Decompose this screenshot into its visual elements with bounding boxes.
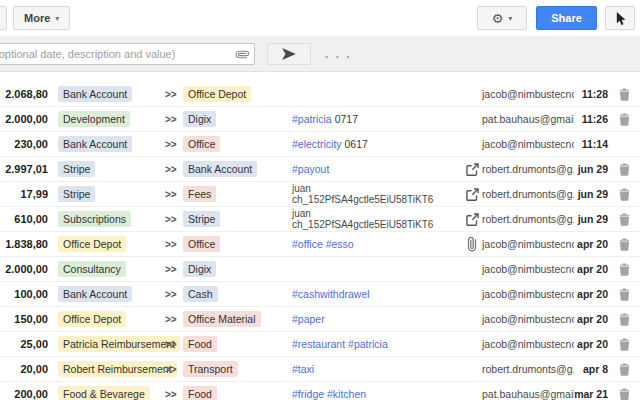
from-account-badge[interactable]: Bank Account xyxy=(58,286,132,302)
to-account-badge[interactable]: Bank Account xyxy=(183,161,257,177)
to-account-cell: Stripe xyxy=(183,211,292,227)
send-button[interactable] xyxy=(267,43,311,65)
trash-cell xyxy=(608,286,640,303)
to-account-badge[interactable]: Fees xyxy=(183,186,216,202)
to-account-cell: Digix xyxy=(183,111,292,127)
trash-cell xyxy=(608,261,640,278)
from-account-badge[interactable]: Office Depot xyxy=(58,311,126,327)
transaction-row[interactable]: 2.997,01 Stripe >> Bank Account #payout … xyxy=(0,157,640,182)
to-account-badge[interactable]: Office Depot xyxy=(183,86,251,102)
edge-button[interactable] xyxy=(0,6,7,30)
transaction-row[interactable]: 150,00 Office Depot >> Office Material #… xyxy=(0,307,640,332)
external-link-icon[interactable] xyxy=(466,163,479,176)
hashtag-link[interactable]: #payout xyxy=(292,163,329,175)
from-account-badge[interactable]: Development xyxy=(58,111,130,127)
entry-input[interactable] xyxy=(0,43,255,65)
hashtag-link[interactable]: #office xyxy=(292,238,323,250)
to-account-badge[interactable]: Digix xyxy=(183,111,216,127)
delete-button[interactable] xyxy=(617,311,632,328)
share-button[interactable]: Share xyxy=(536,6,597,30)
trash-icon xyxy=(619,288,630,301)
transaction-row[interactable]: 2.068,80 Bank Account >> Office Depot ja… xyxy=(0,82,640,107)
amount-cell: 150,00 xyxy=(0,313,48,325)
attach-icon[interactable] xyxy=(236,47,249,61)
delete-button[interactable] xyxy=(617,286,632,303)
delete-button[interactable] xyxy=(617,86,632,103)
delete-button[interactable] xyxy=(617,261,632,278)
from-account-badge[interactable]: Stripe xyxy=(58,161,95,177)
amount-cell: 2.997,01 xyxy=(0,163,48,175)
delete-button[interactable] xyxy=(617,111,632,128)
description-cell: #taxi xyxy=(292,363,462,375)
transaction-row[interactable]: 100,00 Bank Account >> Cash #cashwithdra… xyxy=(0,282,640,307)
to-account-badge[interactable]: Food xyxy=(183,386,217,400)
to-account-cell: Office xyxy=(183,136,292,152)
hashtag-link[interactable]: #taxi xyxy=(292,363,314,375)
paperclip-icon[interactable] xyxy=(462,234,482,254)
hashtag-link[interactable]: #kitchen xyxy=(327,388,366,400)
from-account-badge[interactable]: Robert Reimbursement xyxy=(58,361,177,377)
amount-cell: 200,00 xyxy=(0,388,48,400)
transaction-row[interactable]: 25,00 Patricia Reimbursement >> Food #re… xyxy=(0,332,640,357)
to-account-badge[interactable]: Stripe xyxy=(183,211,220,227)
hashtag-link[interactable]: #fridge xyxy=(292,388,324,400)
time-cell: 11:28 xyxy=(574,88,608,100)
transaction-row[interactable]: 610,00 Subscriptions >> Stripe juanch_15… xyxy=(0,207,640,232)
from-account-badge[interactable]: Stripe xyxy=(58,186,95,202)
hashtag-link[interactable]: #patricia xyxy=(292,113,332,125)
pointer-button[interactable] xyxy=(605,6,635,30)
transaction-row[interactable]: 17,99 Stripe >> Fees juanch_152PfSA4gctl… xyxy=(0,182,640,207)
delete-button[interactable] xyxy=(617,336,632,353)
trash-cell xyxy=(608,311,640,328)
from-account-cell: Stripe xyxy=(58,186,165,202)
transaction-row[interactable]: 1.838,80 Office Depot >> Office #office … xyxy=(0,232,640,257)
hashtag-link[interactable]: #restaurant xyxy=(292,338,345,350)
transaction-row[interactable]: 2.000,00 Consultancy >> Digix jacob@nimb… xyxy=(0,257,640,282)
to-account-badge[interactable]: Office xyxy=(183,136,220,152)
amount-cell: 2.000,00 xyxy=(0,113,48,125)
transaction-row[interactable]: 230,00 Bank Account >> Office #electrici… xyxy=(0,132,640,157)
hashtag-link[interactable]: #esso xyxy=(326,238,354,250)
trash-icon xyxy=(619,388,630,400)
transaction-row[interactable]: 200,00 Food & Bevarege >> Food #fridge #… xyxy=(0,382,640,400)
to-account-cell: Fees xyxy=(183,186,292,202)
attachment-cell xyxy=(462,213,482,226)
hashtag-link[interactable]: #electricity xyxy=(292,138,342,150)
hashtag-link[interactable]: #patricia xyxy=(348,338,388,350)
from-account-badge[interactable]: Bank Account xyxy=(58,136,132,152)
transactions-table: 2.068,80 Bank Account >> Office Depot ja… xyxy=(0,72,640,400)
to-account-cell: Food xyxy=(183,336,292,352)
email-cell: robert.drumonts@g... xyxy=(482,363,574,375)
to-account-badge[interactable]: Cash xyxy=(183,286,218,302)
transaction-row[interactable]: 2.000,00 Development >> Digix #patricia … xyxy=(0,107,640,132)
to-account-badge[interactable]: Office xyxy=(183,236,220,252)
from-account-badge[interactable]: Food & Bevarege xyxy=(58,386,150,400)
hashtag-link[interactable]: #paper xyxy=(292,313,325,325)
from-account-badge[interactable]: Consultancy xyxy=(58,261,126,277)
to-account-badge[interactable]: Office Material xyxy=(183,311,261,327)
from-account-cell: Bank Account xyxy=(58,86,165,102)
settings-button[interactable]: ⚙ ▾ xyxy=(477,6,527,30)
hashtag-link[interactable]: #cashwithdrawel xyxy=(292,288,370,300)
from-account-badge[interactable]: Subscriptions xyxy=(58,211,131,227)
delete-button[interactable] xyxy=(617,211,632,228)
email-cell: jacob@nimbustecno... xyxy=(482,88,574,100)
to-account-badge[interactable]: Digix xyxy=(183,261,216,277)
toolbar: More ▾ ⚙ ▾ Share xyxy=(0,0,640,36)
delete-button[interactable] xyxy=(617,361,632,378)
from-account-badge[interactable]: Patricia Reimbursement xyxy=(58,336,180,352)
transaction-row[interactable]: 20,00 Robert Reimbursement >> Transport … xyxy=(0,357,640,382)
external-link-icon[interactable] xyxy=(466,188,479,201)
more-button[interactable]: More ▾ xyxy=(13,6,70,30)
from-account-badge[interactable]: Bank Account xyxy=(58,86,132,102)
from-account-badge[interactable]: Office Depot xyxy=(58,236,126,252)
delete-button[interactable] xyxy=(617,386,632,400)
delete-button[interactable] xyxy=(617,236,632,253)
delete-button[interactable] xyxy=(617,186,632,203)
external-link-icon[interactable] xyxy=(466,213,479,226)
delete-button[interactable] xyxy=(617,161,632,178)
more-options-ellipsis[interactable]: . . . xyxy=(325,47,352,61)
to-account-badge[interactable]: Transport xyxy=(183,361,238,377)
to-account-cell: Office Material xyxy=(183,311,292,327)
to-account-badge[interactable]: Food xyxy=(183,336,217,352)
